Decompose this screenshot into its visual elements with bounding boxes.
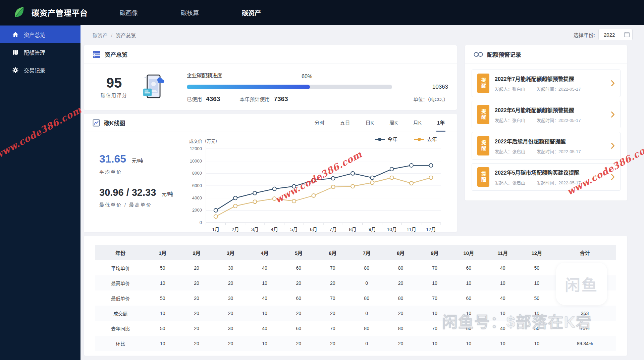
alert-badge: 提醒 bbox=[477, 105, 489, 124]
forecast-label: 本年预计使用 bbox=[239, 95, 270, 102]
app-title: 碳资产管理平台 bbox=[32, 7, 88, 18]
calendar-icon[interactable] bbox=[624, 32, 630, 38]
table-header-cell: 6月 bbox=[316, 245, 350, 260]
monthly-data-table-card: 年份1月2月3月4月5月6月7月8月9月10月11月12月合计 平均单价5020… bbox=[84, 236, 627, 356]
cell: 20 bbox=[214, 275, 248, 290]
cell: 20 bbox=[214, 306, 248, 321]
cell: 20 bbox=[282, 275, 316, 290]
nav-item-carbon-asset[interactable]: 碳资产 bbox=[242, 8, 261, 17]
series-line-去年 bbox=[216, 178, 431, 217]
cell: 80 bbox=[384, 321, 418, 336]
alert-time: 发起时间：2022-05-17 bbox=[537, 117, 581, 123]
kline-tab-five-day[interactable]: 五日 bbox=[339, 114, 351, 132]
overview-rows-icon bbox=[93, 51, 101, 58]
alert-time: 发起时间：2022-05-17 bbox=[537, 148, 581, 154]
row-label: 成交额 bbox=[95, 306, 146, 321]
alerts-card-header: 配额预警记录 bbox=[465, 45, 627, 63]
row-label: 平均单价 bbox=[95, 260, 146, 275]
alert-item[interactable]: 提醒2022年后续月份超额预警提醒发起人：张启山发起时间：2022-05-17 bbox=[472, 132, 621, 160]
table-header-cell: 12月 bbox=[520, 245, 554, 260]
cell: 20 bbox=[179, 306, 213, 321]
alert-initiator: 发起人：张启山 bbox=[495, 179, 525, 186]
y-tick-label: 8000 bbox=[192, 171, 202, 176]
cell: 30 bbox=[214, 290, 248, 306]
alert-title: 2022年7月能耗配额超额预警提醒 bbox=[495, 75, 581, 83]
cell: 70 bbox=[418, 290, 451, 306]
kline-tab-weekly-k[interactable]: 周K bbox=[389, 114, 398, 132]
cell: 20 bbox=[384, 275, 418, 290]
cell: 20 bbox=[384, 306, 418, 321]
kline-tab-monthly-k[interactable]: 月K bbox=[413, 114, 422, 132]
cell: 10 bbox=[248, 336, 281, 351]
cell: 70 bbox=[418, 260, 451, 275]
kline-tab-one-year[interactable]: 1年 bbox=[436, 114, 445, 132]
chevron-right-icon[interactable] bbox=[611, 80, 615, 87]
nav-item-carbon-accounting[interactable]: 碳核算 bbox=[181, 8, 199, 17]
row-label: 去年同比 bbox=[95, 321, 146, 336]
kline-card-header: 碳K线图 分时五日日K周K月K1年 bbox=[84, 114, 457, 132]
kline-chart-icon bbox=[93, 119, 100, 127]
data-point bbox=[233, 204, 237, 208]
alert-initiator: 发起人：张启山 bbox=[495, 86, 525, 92]
alert-item[interactable]: 提醒2022年6月能耗配额超额预警提醒发起人：张启山发起时间：2022-05-1… bbox=[472, 101, 621, 128]
cell: 80 bbox=[350, 260, 383, 275]
cell: 60 bbox=[282, 290, 316, 306]
unit-label: 单位：（吨CO₂） bbox=[414, 96, 448, 102]
data-point bbox=[429, 164, 433, 167]
y-tick-label: 12000 bbox=[190, 146, 202, 151]
svg-text:去年: 去年 bbox=[427, 136, 437, 142]
table-header-cell: 9月 bbox=[418, 245, 451, 260]
average-price-value: 31.65 bbox=[99, 153, 126, 165]
used-label: 已使用 bbox=[187, 95, 202, 102]
legend-今年[interactable]: 今年 bbox=[375, 136, 397, 142]
cell: 20 bbox=[179, 275, 213, 290]
sidebar: 资产总览配额管理交易记录 bbox=[0, 25, 80, 360]
sidebar-item-label: 交易记录 bbox=[24, 66, 45, 74]
data-point bbox=[390, 176, 394, 180]
kline-tab-daily-k[interactable]: 日K bbox=[365, 114, 375, 132]
cell: 40 bbox=[486, 290, 520, 306]
legend-去年[interactable]: 去年 bbox=[414, 136, 437, 142]
cell: 20 bbox=[384, 336, 418, 351]
watermark-xianyu-logo: 闲鱼 bbox=[556, 263, 607, 305]
alert-meta: 发起人：张启山发起时间：2022-05-17 bbox=[495, 179, 581, 186]
card-title: 碳K线图 bbox=[104, 119, 125, 127]
quota-progress-block: 企业碳配额进度 60% 10363 已使用 4363 本年预计使用 7363 单… bbox=[187, 70, 448, 103]
overview-card-header: 资产总览 bbox=[84, 45, 457, 63]
alert-item[interactable]: 提醒2022年7月能耗配额超额预警提醒发起人：张启山发起时间：2022-05-1… bbox=[472, 70, 621, 97]
y-tick-label: 2000 bbox=[192, 208, 202, 213]
cell: 40 bbox=[248, 290, 281, 306]
data-point bbox=[410, 164, 413, 167]
data-point bbox=[390, 167, 394, 171]
cell: 20 bbox=[282, 336, 316, 351]
sidebar-item-quota-management[interactable]: 配额管理 bbox=[0, 43, 80, 61]
alert-title: 2022年6月能耗配额超额预警提醒 bbox=[495, 106, 581, 114]
table-header-cell: 年份 bbox=[95, 245, 146, 260]
table-header-cell: 合计 bbox=[554, 245, 616, 260]
sidebar-item-label: 配额管理 bbox=[24, 48, 45, 56]
sidebar-item-asset-overview[interactable]: 资产总览 bbox=[0, 26, 80, 43]
data-point bbox=[233, 196, 237, 200]
cell: 10 bbox=[486, 336, 520, 351]
cell: 20 bbox=[316, 275, 350, 290]
cell: 10 bbox=[418, 336, 451, 351]
data-point bbox=[214, 215, 218, 218]
cell: 20 bbox=[179, 290, 213, 306]
table-header-cell: 2月 bbox=[179, 245, 213, 260]
data-point bbox=[331, 177, 335, 180]
nav-item-carbon-portrait[interactable]: 碳画像 bbox=[120, 8, 138, 17]
breadcrumb-carbon-asset[interactable]: 碳资产 bbox=[93, 33, 108, 38]
cell: 60 bbox=[282, 260, 316, 275]
score-value: 95 bbox=[93, 75, 136, 91]
cell: 80 bbox=[350, 290, 383, 306]
sidebar-item-transaction-records[interactable]: 交易记录 bbox=[0, 61, 80, 79]
chevron-right-icon[interactable] bbox=[611, 142, 615, 149]
row-label: 最低单价 bbox=[95, 290, 146, 306]
chevron-right-icon[interactable] bbox=[611, 174, 615, 180]
kline-tab-minute[interactable]: 分时 bbox=[314, 114, 325, 132]
quota-progress-label: 企业碳配额进度 bbox=[187, 72, 448, 79]
x-tick-label: 11月 bbox=[407, 227, 416, 232]
table-header-cell: 1月 bbox=[146, 245, 179, 260]
chevron-right-icon[interactable] bbox=[611, 111, 615, 118]
cell: 40 bbox=[486, 260, 520, 275]
